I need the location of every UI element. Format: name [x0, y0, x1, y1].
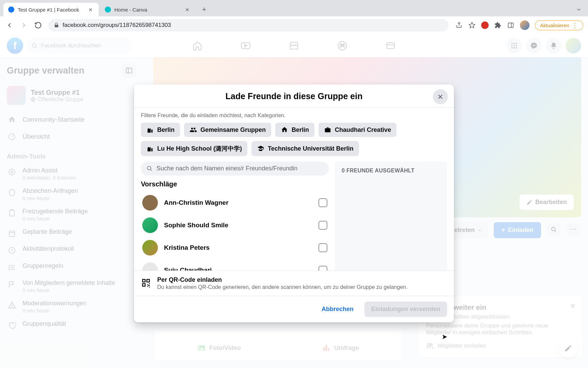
friend-search-placeholder: Suche nach dem Namen eines/r Freundes/Fr… — [157, 165, 297, 172]
lock-icon — [54, 22, 59, 28]
friend-name: Suju Chaudhari — [164, 266, 312, 271]
friend-checkbox[interactable] — [318, 266, 327, 271]
extension-adblock-icon[interactable] — [481, 21, 489, 29]
close-button[interactable] — [433, 89, 448, 104]
friend-avatar — [142, 195, 158, 211]
svg-line-50 — [151, 170, 152, 171]
modal-footer: Abbrechen Einladungen versenden — [134, 296, 454, 322]
svg-marker-1 — [469, 22, 475, 28]
new-tab-button[interactable]: + — [199, 4, 210, 15]
groups-icon — [190, 126, 197, 134]
mouse-cursor: ➤ — [442, 333, 447, 341]
tab-facebook[interactable]: Test Gruppe #1 | Facebook ✕ — [3, 3, 99, 16]
sidepanel-icon[interactable] — [507, 21, 514, 29]
close-icon[interactable]: ✕ — [88, 7, 94, 12]
friend-avatar — [142, 262, 158, 271]
url-text: facebook.com/groups/1187626598741303 — [63, 22, 171, 29]
selected-count: 0 FREUNDE AUSGEWÄHLT — [342, 168, 440, 174]
reload-button[interactable] — [33, 20, 43, 30]
modal-header: Lade Freunde in diese Gruppe ein — [134, 85, 454, 108]
city-icon — [146, 126, 154, 134]
favicon-canva — [105, 6, 111, 13]
school-icon — [257, 145, 264, 152]
suggestions-list: Ann-Christin Wagner Sophie Should Smile … — [141, 191, 329, 271]
friend-name: Sophie Should Smile — [164, 221, 312, 229]
school-icon — [146, 145, 154, 152]
cancel-button[interactable]: Abbrechen — [315, 302, 360, 317]
chip-work-chaudhari[interactable]: Chaudhari Creative — [318, 123, 396, 137]
friend-checkbox[interactable] — [318, 243, 327, 252]
friend-avatar — [142, 217, 158, 233]
profile-avatar[interactable] — [520, 20, 529, 30]
search-icon — [146, 165, 152, 171]
toolbar-right: Aktualisieren⋮ — [455, 20, 583, 30]
back-button[interactable] — [5, 20, 14, 30]
svg-rect-2 — [508, 23, 513, 27]
browser-chrome: Test Gruppe #1 | Facebook ✕ Home - Canva… — [0, 0, 588, 34]
chip-home-berlin[interactable]: Berlin — [275, 123, 314, 137]
close-icon — [437, 93, 444, 101]
friend-checkbox[interactable] — [318, 198, 327, 207]
forward-button[interactable] — [19, 20, 29, 30]
modal-title: Lade Freunde in diese Gruppe ein — [134, 91, 454, 101]
friend-checkbox[interactable] — [318, 221, 327, 230]
chip-city-berlin[interactable]: Berlin — [141, 123, 180, 137]
home-icon — [281, 126, 288, 134]
share-icon[interactable] — [455, 21, 463, 29]
qr-subtitle: Du kannst einen QR-Code generieren, den … — [157, 284, 408, 290]
suggestion-row[interactable]: Suju Chaudhari — [141, 259, 329, 271]
suggestion-row[interactable]: Ann-Christin Wagner — [141, 191, 329, 214]
invite-friends-modal: Lade Freunde in diese Gruppe ein Filtere… — [134, 85, 454, 322]
qr-invite-row[interactable]: Per QR-Code einladen Du kannst einen QR-… — [134, 271, 454, 296]
svg-point-49 — [147, 166, 151, 170]
tab-canva[interactable]: Home - Canva ✕ — [100, 3, 195, 16]
tab-bar: Test Gruppe #1 | Facebook ✕ Home - Canva… — [0, 0, 588, 16]
chip-school-luhe[interactable]: Lu He High School (潞河中学) — [141, 141, 247, 156]
friend-avatar — [142, 240, 158, 256]
tab-title: Home - Canva — [114, 7, 182, 13]
favicon-facebook — [8, 6, 14, 13]
filter-chips: Berlin Gemeinsame Gruppen Berlin Chaudha… — [141, 123, 447, 156]
friend-name: Ann-Christin Wagner — [164, 199, 312, 206]
url-field[interactable]: facebook.com/groups/1187626598741303 — [48, 19, 448, 31]
friend-name: Kristina Peters — [164, 244, 312, 251]
suggestion-row[interactable]: Kristina Peters — [141, 236, 329, 259]
extensions-icon[interactable] — [494, 21, 502, 29]
briefcase-icon — [324, 126, 331, 134]
close-icon[interactable]: ✕ — [185, 7, 191, 12]
selected-panel: 0 FREUNDE AUSGEWÄHLT — [335, 162, 447, 271]
address-bar: facebook.com/groups/1187626598741303 Akt… — [0, 16, 588, 34]
qr-code-icon — [141, 278, 151, 288]
update-button[interactable]: Aktualisieren⋮ — [535, 20, 583, 30]
star-icon[interactable] — [468, 21, 476, 29]
suggestion-row[interactable]: Sophie Should Smile — [141, 214, 329, 236]
suggestions-heading: Vorschläge — [141, 180, 329, 188]
send-invites-button[interactable]: Einladungen versenden — [364, 302, 447, 317]
chip-common-groups[interactable]: Gemeinsame Gruppen — [184, 123, 271, 137]
tab-title: Test Gruppe #1 | Facebook — [18, 7, 85, 13]
filter-hint: Filtere Freunde, die du einladen möchtes… — [141, 112, 447, 119]
chevron-down-icon[interactable] — [576, 6, 582, 13]
qr-title: Per QR-Code einladen — [157, 276, 408, 283]
chip-school-tu-berlin[interactable]: Technische Universität Berlin — [251, 141, 359, 156]
friend-search-input[interactable]: Suche nach dem Namen eines/r Freundes/Fr… — [141, 162, 329, 175]
